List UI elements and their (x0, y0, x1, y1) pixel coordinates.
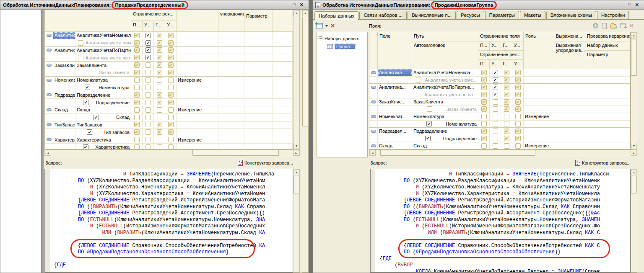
form-vscrollbar[interactable]: ▲ (302, 10, 309, 273)
query-vscrollbar[interactable]: ▲ (293, 169, 300, 273)
tab-6[interactable]: Макеты (520, 11, 545, 19)
tab-3[interactable]: Вычисляемые п... (408, 11, 456, 19)
row-selector[interactable] (369, 128, 378, 135)
checkbox-dis[interactable] (134, 77, 140, 83)
checkbox-dim[interactable] (504, 92, 509, 97)
checkbox-dis[interactable] (145, 144, 151, 149)
checkbox-on[interactable] (425, 136, 431, 141)
checkbox-dim[interactable] (134, 129, 140, 135)
checkbox-dim[interactable] (134, 33, 140, 38)
checkbox-dim[interactable] (515, 136, 521, 141)
checkbox-on[interactable] (493, 92, 498, 97)
collapse-icon[interactable] (319, 36, 322, 40)
scroll-left-icon[interactable]: ◄ (369, 150, 376, 156)
scroll-up-icon[interactable]: ▲ (302, 10, 308, 16)
checkbox-on[interactable] (83, 100, 88, 105)
checkbox-dis[interactable] (493, 99, 498, 105)
checkbox-dis[interactable] (78, 55, 83, 60)
checkbox-dim[interactable] (168, 40, 174, 46)
checkbox-dis[interactable] (481, 114, 487, 119)
checkbox-dim[interactable] (515, 129, 521, 134)
checkbox-dim[interactable] (134, 40, 140, 46)
row-selector[interactable] (45, 121, 53, 129)
checkbox-dis[interactable] (515, 121, 521, 126)
checkbox-dim[interactable] (134, 92, 140, 98)
checkbox-dim[interactable] (134, 70, 140, 75)
field-cell[interactable]: Склад (53, 106, 75, 114)
checkbox-dis[interactable] (168, 115, 174, 120)
checkbox-dis[interactable] (145, 85, 151, 90)
add-folder-icon[interactable] (610, 24, 616, 28)
checkbox-dim[interactable] (157, 40, 162, 46)
row-selector[interactable] (45, 136, 53, 144)
role-cell[interactable] (177, 91, 218, 99)
role-cell[interactable]: Измерение (524, 142, 554, 149)
checkbox-dim[interactable] (481, 99, 487, 105)
checkbox-dis[interactable] (134, 137, 140, 142)
field-cell[interactable]: ЗаказКлие... (378, 98, 412, 106)
checkbox-dis[interactable] (145, 122, 151, 127)
checkbox-dis[interactable] (493, 143, 498, 149)
tab-7[interactable]: Вложенные схемы (546, 11, 596, 19)
scroll-thumb[interactable] (302, 17, 308, 126)
checkbox-dim[interactable] (481, 92, 487, 97)
checkbox-dim[interactable] (515, 106, 521, 112)
row-selector[interactable] (45, 62, 53, 69)
checkbox-on[interactable] (145, 47, 151, 53)
title-cell[interactable]: Тип запасов (75, 129, 131, 136)
checkbox-dim[interactable] (168, 92, 174, 98)
checkbox-dim[interactable] (168, 122, 174, 127)
checkbox-on[interactable] (493, 77, 498, 82)
checkbox-dis[interactable] (504, 114, 509, 119)
field-cell[interactable]: Аналитика... (53, 32, 75, 39)
path-cell[interactable]: ЗаказКлиента (412, 98, 478, 106)
checkbox-dim[interactable] (157, 92, 162, 98)
checkbox-dis[interactable] (493, 106, 498, 112)
checkbox-dis[interactable] (504, 121, 509, 126)
scroll-thumb[interactable] (631, 39, 637, 76)
checkbox-dim[interactable] (504, 129, 509, 134)
scroll-down-icon[interactable]: ▼ (631, 143, 637, 149)
checkbox-dis[interactable] (515, 114, 521, 119)
checkbox-dim[interactable] (515, 85, 521, 90)
checkbox-dis[interactable] (157, 107, 162, 113)
checkbox-dim[interactable] (481, 77, 487, 82)
scroll-down-icon[interactable]: ▼ (293, 143, 299, 149)
path-cell[interactable]: Склад (412, 142, 478, 149)
maximize-button[interactable]: □ (628, 2, 631, 8)
checkbox-dis[interactable] (168, 144, 174, 149)
checkbox-on[interactable] (93, 115, 99, 120)
role-cell[interactable] (177, 32, 218, 39)
checkbox-dim[interactable] (481, 129, 487, 134)
field-cell[interactable]: Аналитика... (53, 47, 75, 54)
checkbox-dim[interactable] (515, 92, 521, 97)
title-cell[interactable]: Подразделение (75, 99, 131, 106)
row-selector[interactable] (45, 91, 53, 99)
checkbox-dim[interactable] (504, 70, 509, 75)
scroll-thumb[interactable] (293, 176, 299, 193)
title-cell[interactable]: Номенклатура (412, 121, 478, 128)
tree-item-dataset[interactable]: Прода... (319, 42, 366, 50)
scroll-thumb[interactable] (631, 176, 637, 193)
delete-field-icon[interactable]: ✕ (629, 23, 634, 29)
checkbox-on[interactable] (145, 33, 151, 38)
scroll-thumb[interactable] (192, 150, 279, 156)
checkbox-dis[interactable] (481, 143, 487, 149)
checkbox-dis[interactable] (416, 77, 421, 82)
splitter[interactable] (41, 10, 44, 273)
checkbox-dim[interactable] (168, 70, 174, 75)
checkbox-dim[interactable] (481, 106, 487, 112)
checkbox-dim[interactable] (134, 122, 140, 127)
checkbox-dim[interactable] (134, 55, 140, 60)
checkbox-dim[interactable] (157, 129, 162, 135)
scroll-right-icon[interactable]: ► (293, 150, 299, 156)
checkbox-on[interactable] (145, 40, 151, 46)
checkbox-dim[interactable] (504, 136, 509, 141)
checkbox-dim[interactable] (504, 77, 509, 82)
checkbox-dis[interactable] (515, 143, 521, 149)
path-cell[interactable]: АналитикаУчетаНоменкла... (412, 69, 478, 77)
checkbox-dis[interactable] (145, 77, 151, 83)
checkbox-dis[interactable] (493, 136, 498, 141)
add-field-icon[interactable]: + (593, 23, 598, 28)
tab-5[interactable]: Параметры (485, 11, 519, 19)
